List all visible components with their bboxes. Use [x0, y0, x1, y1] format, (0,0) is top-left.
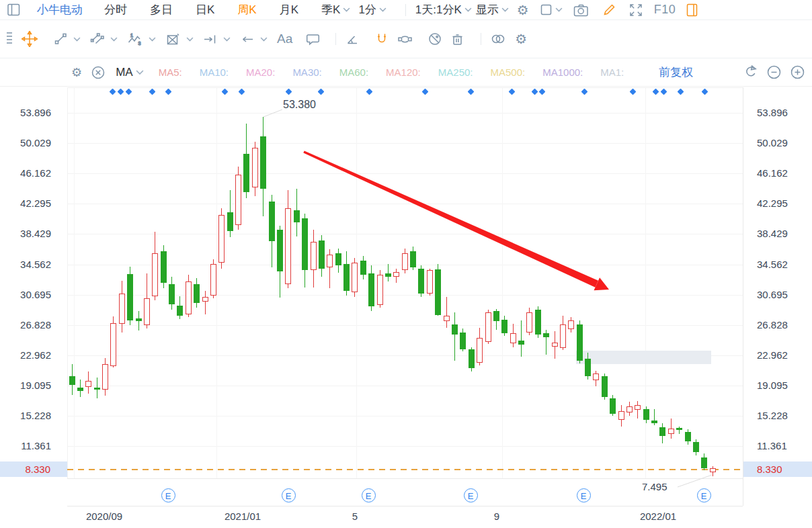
- chevron-down-icon[interactable]: [223, 37, 231, 42]
- candle-body: [194, 284, 200, 303]
- delete-drawings-icon[interactable]: [450, 32, 464, 46]
- text-tool-button[interactable]: Aa: [277, 32, 292, 46]
- candle-wick: [163, 245, 164, 288]
- y-axis-label: 19.095: [757, 380, 812, 391]
- event-diamond-marker[interactable]: [117, 89, 124, 95]
- tab-minute-chart[interactable]: 分时: [104, 2, 127, 17]
- tab-quarter-k[interactable]: 季K: [321, 2, 350, 17]
- chevron-down-icon[interactable]: [149, 37, 156, 42]
- news-doc-icon[interactable]: [685, 3, 699, 17]
- event-diamond-marker[interactable]: [467, 89, 474, 95]
- event-diamond-marker[interactable]: [165, 89, 171, 95]
- earnings-marker[interactable]: E: [362, 488, 376, 502]
- candle-body: [659, 427, 665, 436]
- event-diamond-marker[interactable]: [581, 89, 587, 95]
- svg-text:3: 3: [138, 41, 141, 46]
- earnings-marker[interactable]: E: [464, 488, 478, 502]
- trend-arrow-annotation[interactable]: [303, 150, 598, 287]
- candle-body: [69, 376, 75, 385]
- gann-box-tool-icon[interactable]: [165, 32, 181, 46]
- earnings-marker[interactable]: E: [161, 488, 175, 502]
- channel-tool-icon[interactable]: [90, 32, 105, 46]
- pencil-draw-icon[interactable]: [602, 3, 616, 17]
- tab-weekly-k[interactable]: 周K: [237, 2, 256, 17]
- f10-button[interactable]: F10: [654, 3, 676, 17]
- indicator-settings-gear-icon[interactable]: ⚙: [71, 67, 82, 79]
- ma-indicator-label[interactable]: MA1:: [600, 67, 624, 78]
- candle-body: [501, 320, 508, 333]
- ma-indicator-label[interactable]: MA20:: [246, 67, 275, 78]
- fullscreen-icon[interactable]: [628, 3, 643, 17]
- display-menu[interactable]: 显示: [476, 2, 509, 17]
- zoom-out-icon[interactable]: [766, 64, 782, 80]
- drag-handle-icon[interactable]: [5, 30, 13, 48]
- event-diamond-marker[interactable]: [701, 89, 708, 95]
- tab-daily-k[interactable]: 日K: [196, 2, 214, 17]
- event-diamond-marker[interactable]: [660, 89, 667, 95]
- candle-wick: [696, 439, 696, 455]
- chart-settings-gear-icon[interactable]: ⚙: [517, 3, 529, 17]
- event-diamond-marker[interactable]: [538, 89, 545, 95]
- ma-indicator-label[interactable]: MA500:: [491, 67, 526, 78]
- compare-overlay-icon[interactable]: [491, 32, 505, 46]
- event-diamond-marker[interactable]: [125, 89, 132, 95]
- camera-icon[interactable]: [573, 3, 589, 17]
- event-diamond-marker[interactable]: [677, 89, 684, 95]
- ma-indicator-label[interactable]: MA5:: [159, 67, 182, 78]
- event-diamond-marker[interactable]: [652, 89, 659, 95]
- symbol-name[interactable]: 小牛电动: [37, 2, 83, 17]
- event-diamond-marker[interactable]: [149, 89, 155, 95]
- event-diamond-marker[interactable]: [238, 89, 245, 95]
- earnings-marker[interactable]: E: [697, 488, 711, 502]
- indicator-group-ma[interactable]: MA: [116, 66, 144, 79]
- v-gridline: [74, 87, 75, 478]
- horizontal-ray-tool-icon[interactable]: [203, 32, 218, 46]
- event-diamond-marker[interactable]: [317, 89, 324, 95]
- earnings-marker[interactable]: E: [577, 488, 591, 502]
- zoom-in-icon[interactable]: [790, 64, 805, 80]
- ma-indicator-label[interactable]: MA1000:: [542, 67, 583, 78]
- chevron-down-icon[interactable]: [73, 37, 81, 42]
- arrow-tool-icon[interactable]: [240, 32, 255, 46]
- tab-monthly-k[interactable]: 月K: [280, 2, 298, 17]
- event-diamond-marker[interactable]: [629, 89, 636, 95]
- ma-indicator-label[interactable]: MA250:: [438, 67, 473, 78]
- panel-layout-icon[interactable]: [7, 3, 21, 17]
- undo-icon[interactable]: [743, 65, 758, 80]
- event-diamond-marker[interactable]: [366, 89, 372, 95]
- event-diamond-marker[interactable]: [421, 89, 428, 95]
- indicator-close-icon[interactable]: [91, 66, 105, 79]
- trendline-tool-icon[interactable]: [54, 32, 68, 46]
- hide-drawings-icon[interactable]: [428, 32, 442, 46]
- tab-multi-day[interactable]: 多日: [150, 2, 173, 17]
- move-tool-icon[interactable]: [22, 31, 38, 47]
- sync-drawings-icon[interactable]: [397, 32, 413, 46]
- chevron-down-icon[interactable]: [186, 37, 194, 42]
- tab-1min[interactable]: 1分: [358, 2, 386, 17]
- period-selector[interactable]: 1天:1分K: [415, 2, 472, 17]
- highlight-box-annotation[interactable]: [576, 351, 711, 364]
- ma-indicator-label[interactable]: MA10:: [200, 67, 229, 78]
- event-diamond-marker[interactable]: [221, 89, 228, 95]
- event-diamond-marker[interactable]: [508, 89, 515, 95]
- ma-indicator-label[interactable]: MA60:: [339, 67, 368, 78]
- candle-body: [161, 251, 167, 283]
- candle-wick: [72, 364, 73, 394]
- comment-bubble-icon[interactable]: [306, 33, 321, 46]
- ma-indicator-label[interactable]: MA30:: [292, 67, 321, 78]
- forward-adjusted-toggle[interactable]: 前复权: [659, 64, 693, 80]
- layout-select[interactable]: [540, 3, 563, 16]
- earnings-marker[interactable]: E: [282, 488, 296, 502]
- event-diamond-marker[interactable]: [285, 89, 292, 95]
- candle-body: [285, 208, 291, 284]
- drawbar-settings-gear-icon[interactable]: ⚙: [515, 32, 527, 46]
- event-diamond-marker[interactable]: [109, 89, 116, 95]
- event-diamond-marker[interactable]: [531, 89, 538, 95]
- trend-arrow-head[interactable]: [594, 277, 610, 290]
- elliott-wave-tool-icon[interactable]: 13: [127, 32, 143, 46]
- magnet-tool-icon[interactable]: [374, 32, 389, 46]
- chevron-down-icon[interactable]: [110, 37, 118, 42]
- angle-tool-icon[interactable]: [346, 32, 360, 46]
- ma-indicator-label[interactable]: MA120:: [386, 67, 421, 78]
- chevron-down-icon[interactable]: [260, 37, 268, 42]
